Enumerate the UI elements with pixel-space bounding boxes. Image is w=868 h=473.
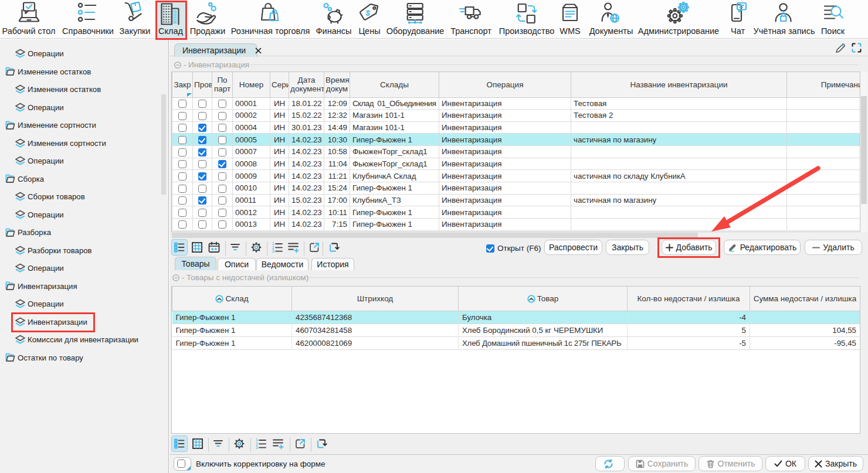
svg-text:3: 3 bbox=[272, 249, 274, 253]
svg-text:3: 3 bbox=[256, 445, 258, 450]
